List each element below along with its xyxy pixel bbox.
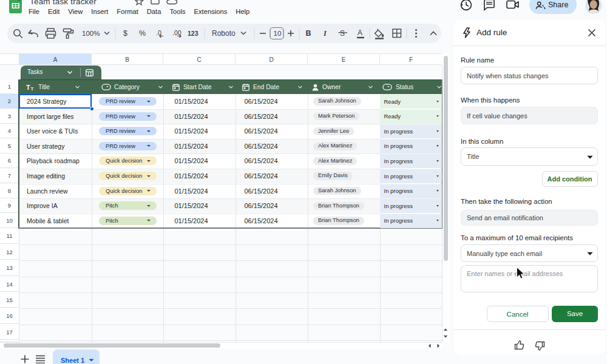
- svg-text:T: T: [26, 84, 30, 90]
- svg-text:%: %: [139, 29, 146, 38]
- svg-text:10: 10: [274, 30, 282, 37]
- svg-text:100%: 100%: [82, 30, 100, 37]
- svg-text:123: 123: [188, 30, 198, 37]
- svg-text:S: S: [340, 29, 345, 38]
- svg-text:I: I: [323, 29, 327, 38]
- svg-text:A: A: [358, 29, 362, 37]
- svg-text:Roboto: Roboto: [212, 29, 236, 38]
- svg-text:$: $: [123, 29, 127, 38]
- svg-text:T: T: [31, 86, 34, 91]
- svg-text:B: B: [306, 29, 311, 38]
